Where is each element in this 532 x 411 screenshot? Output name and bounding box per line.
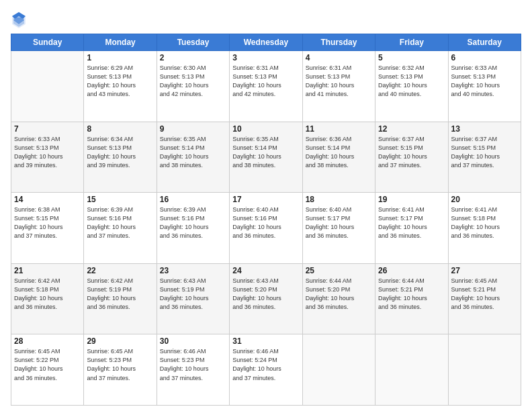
day-number: 23	[160, 266, 226, 275]
day-info: Sunrise: 6:43 AM Sunset: 5:19 PM Dayligh…	[160, 277, 226, 312]
calendar-day-29: 29Sunrise: 6:45 AM Sunset: 5:23 PM Dayli…	[84, 334, 157, 406]
calendar-day-20: 20Sunrise: 6:41 AM Sunset: 5:18 PM Dayli…	[448, 193, 521, 264]
day-info: Sunrise: 6:44 AM Sunset: 5:21 PM Dayligh…	[378, 277, 445, 312]
day-info: Sunrise: 6:46 AM Sunset: 5:23 PM Dayligh…	[160, 347, 226, 382]
day-number: 30	[160, 336, 226, 346]
day-number: 21	[14, 266, 81, 275]
day-number: 4	[306, 53, 372, 62]
day-number: 31	[232, 336, 299, 346]
day-header-sunday: Sunday	[11, 34, 84, 51]
day-number: 7	[14, 124, 81, 134]
calendar-day-9: 9Sunrise: 6:35 AM Sunset: 5:14 PM Daylig…	[157, 122, 229, 193]
day-info: Sunrise: 6:41 AM Sunset: 5:17 PM Dayligh…	[378, 205, 445, 240]
calendar-week-row: 1Sunrise: 6:29 AM Sunset: 5:13 PM Daylig…	[11, 51, 521, 122]
calendar-day-27: 27Sunrise: 6:45 AM Sunset: 5:21 PM Dayli…	[448, 263, 521, 334]
calendar-day-31: 31Sunrise: 6:46 AM Sunset: 5:24 PM Dayli…	[230, 334, 302, 406]
calendar-day-24: 24Sunrise: 6:43 AM Sunset: 5:20 PM Dayli…	[230, 263, 302, 334]
day-number: 25	[306, 266, 372, 275]
day-number: 11	[306, 124, 372, 134]
calendar-day-8: 8Sunrise: 6:34 AM Sunset: 5:13 PM Daylig…	[84, 122, 157, 193]
day-info: Sunrise: 6:37 AM Sunset: 5:15 PM Dayligh…	[451, 135, 518, 170]
calendar-day-11: 11Sunrise: 6:36 AM Sunset: 5:14 PM Dayli…	[302, 122, 375, 193]
day-info: Sunrise: 6:36 AM Sunset: 5:14 PM Dayligh…	[306, 135, 372, 170]
day-info: Sunrise: 6:42 AM Sunset: 5:19 PM Dayligh…	[87, 277, 153, 312]
day-info: Sunrise: 6:41 AM Sunset: 5:18 PM Dayligh…	[451, 205, 518, 240]
day-number: 6	[451, 53, 518, 62]
day-info: Sunrise: 6:39 AM Sunset: 5:16 PM Dayligh…	[87, 205, 153, 240]
calendar-week-row: 14Sunrise: 6:38 AM Sunset: 5:15 PM Dayli…	[11, 193, 521, 264]
day-info: Sunrise: 6:31 AM Sunset: 5:13 PM Dayligh…	[232, 64, 299, 99]
day-info: Sunrise: 6:42 AM Sunset: 5:18 PM Dayligh…	[14, 277, 81, 312]
day-number: 12	[378, 124, 445, 134]
calendar-empty-cell	[302, 334, 375, 406]
calendar-day-14: 14Sunrise: 6:38 AM Sunset: 5:15 PM Dayli…	[11, 193, 84, 264]
calendar-day-28: 28Sunrise: 6:45 AM Sunset: 5:22 PM Dayli…	[11, 334, 84, 406]
calendar-week-row: 28Sunrise: 6:45 AM Sunset: 5:22 PM Dayli…	[11, 334, 521, 406]
day-header-saturday: Saturday	[448, 34, 521, 51]
day-header-monday: Monday	[84, 34, 157, 51]
calendar-week-row: 7Sunrise: 6:33 AM Sunset: 5:13 PM Daylig…	[11, 122, 521, 193]
calendar-day-16: 16Sunrise: 6:39 AM Sunset: 5:16 PM Dayli…	[157, 193, 229, 264]
calendar-header-row: SundayMondayTuesdayWednesdayThursdayFrid…	[11, 34, 521, 51]
calendar-day-10: 10Sunrise: 6:35 AM Sunset: 5:14 PM Dayli…	[230, 122, 302, 193]
calendar-day-30: 30Sunrise: 6:46 AM Sunset: 5:23 PM Dayli…	[157, 334, 229, 406]
calendar-day-19: 19Sunrise: 6:41 AM Sunset: 5:17 PM Dayli…	[375, 193, 448, 264]
calendar-day-2: 2Sunrise: 6:30 AM Sunset: 5:13 PM Daylig…	[157, 51, 229, 122]
day-info: Sunrise: 6:35 AM Sunset: 5:14 PM Dayligh…	[160, 135, 226, 170]
day-info: Sunrise: 6:30 AM Sunset: 5:13 PM Dayligh…	[160, 64, 226, 99]
calendar-day-1: 1Sunrise: 6:29 AM Sunset: 5:13 PM Daylig…	[84, 51, 157, 122]
calendar-day-7: 7Sunrise: 6:33 AM Sunset: 5:13 PM Daylig…	[11, 122, 84, 193]
calendar-empty-cell	[375, 334, 448, 406]
day-info: Sunrise: 6:43 AM Sunset: 5:20 PM Dayligh…	[232, 277, 299, 312]
day-number: 3	[232, 53, 299, 62]
calendar-day-12: 12Sunrise: 6:37 AM Sunset: 5:15 PM Dayli…	[375, 122, 448, 193]
day-info: Sunrise: 6:37 AM Sunset: 5:15 PM Dayligh…	[378, 135, 445, 170]
calendar-day-13: 13Sunrise: 6:37 AM Sunset: 5:15 PM Dayli…	[448, 122, 521, 193]
day-number: 19	[378, 195, 445, 204]
day-header-thursday: Thursday	[302, 34, 375, 51]
day-info: Sunrise: 6:29 AM Sunset: 5:13 PM Dayligh…	[87, 64, 153, 99]
day-info: Sunrise: 6:34 AM Sunset: 5:13 PM Dayligh…	[87, 135, 153, 170]
calendar-empty-cell	[448, 334, 521, 406]
day-number: 26	[378, 266, 445, 275]
day-info: Sunrise: 6:35 AM Sunset: 5:14 PM Dayligh…	[232, 135, 299, 170]
day-info: Sunrise: 6:31 AM Sunset: 5:13 PM Dayligh…	[306, 64, 372, 99]
calendar-table: SundayMondayTuesdayWednesdayThursdayFrid…	[11, 34, 521, 406]
day-info: Sunrise: 6:46 AM Sunset: 5:24 PM Dayligh…	[232, 347, 299, 382]
calendar-day-4: 4Sunrise: 6:31 AM Sunset: 5:13 PM Daylig…	[302, 51, 375, 122]
day-number: 18	[306, 195, 372, 204]
day-number: 10	[232, 124, 299, 134]
day-info: Sunrise: 6:40 AM Sunset: 5:17 PM Dayligh…	[306, 205, 372, 240]
day-number: 14	[14, 195, 81, 204]
day-number: 24	[232, 266, 299, 275]
calendar-day-26: 26Sunrise: 6:44 AM Sunset: 5:21 PM Dayli…	[375, 263, 448, 334]
day-number: 27	[451, 266, 518, 275]
header	[11, 8, 521, 30]
day-number: 28	[14, 336, 81, 346]
day-number: 2	[160, 53, 226, 62]
day-header-friday: Friday	[375, 34, 448, 51]
page: SundayMondayTuesdayWednesdayThursdayFrid…	[0, 0, 532, 411]
day-number: 15	[87, 195, 153, 204]
day-number: 8	[87, 124, 153, 134]
day-info: Sunrise: 6:32 AM Sunset: 5:13 PM Dayligh…	[378, 64, 445, 99]
calendar-day-6: 6Sunrise: 6:33 AM Sunset: 5:13 PM Daylig…	[448, 51, 521, 122]
calendar-day-25: 25Sunrise: 6:44 AM Sunset: 5:20 PM Dayli…	[302, 263, 375, 334]
calendar-week-row: 21Sunrise: 6:42 AM Sunset: 5:18 PM Dayli…	[11, 263, 521, 334]
day-info: Sunrise: 6:38 AM Sunset: 5:15 PM Dayligh…	[14, 205, 81, 240]
day-info: Sunrise: 6:44 AM Sunset: 5:20 PM Dayligh…	[306, 277, 372, 312]
day-info: Sunrise: 6:33 AM Sunset: 5:13 PM Dayligh…	[14, 135, 81, 170]
day-number: 17	[232, 195, 299, 204]
day-number: 13	[451, 124, 518, 134]
day-info: Sunrise: 6:33 AM Sunset: 5:13 PM Dayligh…	[451, 64, 518, 99]
day-number: 9	[160, 124, 226, 134]
logo	[11, 11, 30, 30]
calendar-day-17: 17Sunrise: 6:40 AM Sunset: 5:16 PM Dayli…	[230, 193, 302, 264]
day-header-wednesday: Wednesday	[230, 34, 302, 51]
day-number: 5	[378, 53, 445, 62]
day-number: 1	[87, 53, 153, 62]
calendar-empty-cell	[11, 51, 84, 122]
calendar-day-21: 21Sunrise: 6:42 AM Sunset: 5:18 PM Dayli…	[11, 263, 84, 334]
day-number: 29	[87, 336, 153, 346]
day-number: 22	[87, 266, 153, 275]
